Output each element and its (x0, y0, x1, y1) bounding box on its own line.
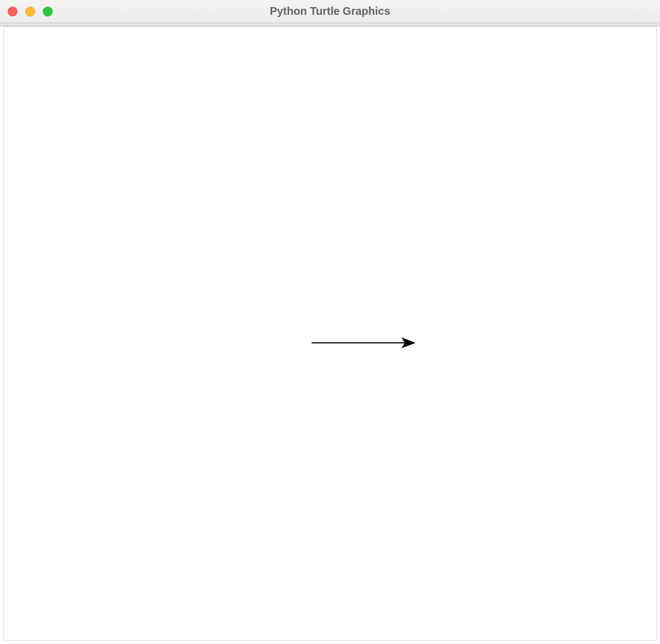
minimize-icon[interactable] (25, 7, 35, 16)
window-title: Python Turtle Graphics (0, 5, 660, 18)
zoom-icon[interactable] (43, 7, 53, 16)
traffic-lights (0, 7, 53, 16)
canvas-frame (3, 26, 657, 641)
app-window: Python Turtle Graphics (0, 0, 660, 644)
titlebar[interactable]: Python Turtle Graphics (0, 0, 660, 23)
close-icon[interactable] (8, 7, 18, 16)
turtle-canvas (4, 27, 656, 639)
